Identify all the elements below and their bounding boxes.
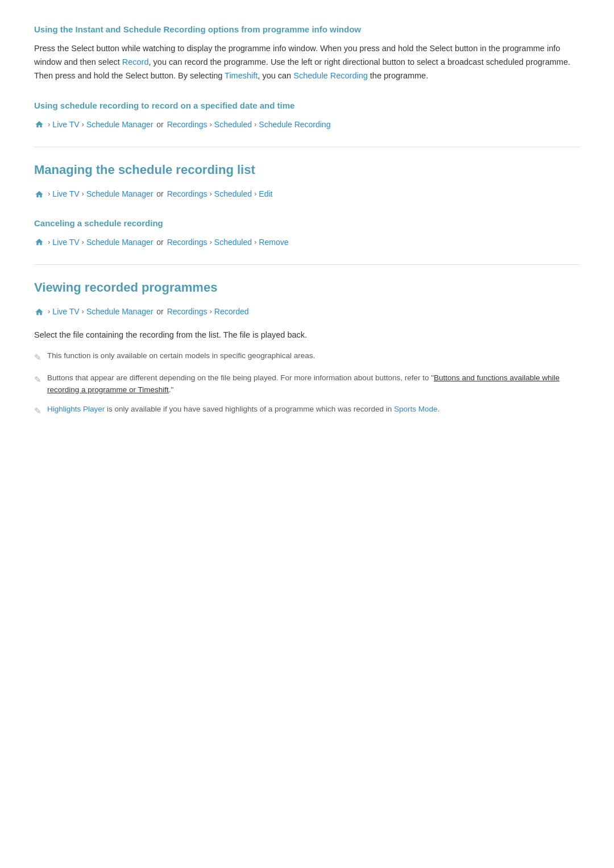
- nav-scheduled-2[interactable]: Scheduled: [214, 118, 252, 131]
- nav-scheduled-3[interactable]: Scheduled: [214, 188, 252, 200]
- nav-schedulemanager-2[interactable]: Schedule Manager: [86, 118, 154, 131]
- chevron-3: ›: [210, 119, 212, 131]
- section1-heading: Using the Instant and Schedule Recording…: [34, 23, 580, 36]
- section1-body-text4: the programme.: [368, 71, 428, 80]
- nav-or-3: or: [154, 188, 165, 200]
- chevron-12: ›: [254, 236, 256, 248]
- section5-select-text: Select the file containing the recording…: [34, 329, 580, 342]
- chevron-14: ›: [82, 306, 84, 318]
- nav-edit-3[interactable]: Edit: [259, 188, 272, 200]
- record-link[interactable]: Record: [122, 57, 149, 67]
- section-canceling-schedule: Canceling a schedule recording › Live TV…: [34, 217, 580, 248]
- section4-nav: › Live TV › Schedule Manager or Recordin…: [34, 236, 580, 248]
- note-item-3: ✎ Highlights Player is only available if…: [34, 404, 580, 418]
- chevron-11: ›: [210, 236, 212, 248]
- note-text-3: Highlights Player is only available if y…: [47, 404, 439, 416]
- note-list: ✎ This function is only available on cer…: [34, 350, 580, 418]
- nav-scheduled-4[interactable]: Scheduled: [214, 236, 252, 248]
- chevron-7: ›: [210, 188, 212, 200]
- chevron-6: ›: [82, 188, 84, 200]
- home-icon-4: [34, 237, 44, 247]
- section3-nav: › Live TV › Schedule Manager or Recordin…: [34, 188, 580, 200]
- section3-heading: Managing the schedule recording list: [34, 160, 580, 180]
- nav-recordings-3[interactable]: Recordings: [167, 188, 208, 200]
- home-icon-5: [34, 307, 44, 317]
- note-item-1: ✎ This function is only available on cer…: [34, 350, 580, 364]
- home-icon-3: [34, 189, 44, 200]
- section2-heading: Using schedule recording to record on a …: [34, 99, 580, 113]
- nav-schedulemanager-5[interactable]: Schedule Manager: [86, 305, 154, 318]
- note3-text-after: .: [438, 405, 440, 413]
- timeshift-link[interactable]: Timeshift: [225, 71, 258, 80]
- chevron-2: ›: [82, 119, 84, 131]
- note-text-2: Buttons that appear are different depend…: [47, 372, 580, 396]
- schedule-recording-link-1[interactable]: Schedule Recording: [293, 71, 368, 80]
- nav-schedulerecording-2[interactable]: Schedule Recording: [259, 118, 330, 131]
- section-schedule-recording-date: Using schedule recording to record on a …: [34, 99, 580, 131]
- section-managing-schedule: Managing the schedule recording list › L…: [34, 160, 580, 201]
- nav-livetv-4[interactable]: Live TV: [52, 236, 79, 248]
- chevron-13: ›: [48, 306, 50, 318]
- note-text-1: This function is only available on certa…: [47, 350, 315, 362]
- nav-schedulemanager-3[interactable]: Schedule Manager: [86, 188, 154, 200]
- chevron-9: ›: [48, 236, 50, 248]
- nav-recordings-4[interactable]: Recordings: [167, 236, 208, 248]
- chevron-15: ›: [210, 306, 212, 318]
- note-icon-1: ✎: [34, 351, 42, 364]
- highlights-player-link[interactable]: Highlights Player: [47, 405, 105, 413]
- divider-1: [34, 147, 580, 147]
- note2-text-before: Buttons that appear are different depend…: [47, 373, 434, 382]
- nav-remove-4[interactable]: Remove: [259, 236, 288, 248]
- section1-body-text3: , you can: [258, 71, 293, 80]
- nav-livetv-2[interactable]: Live TV: [52, 118, 79, 131]
- nav-schedulemanager-4[interactable]: Schedule Manager: [86, 236, 154, 248]
- nav-or-5: or: [154, 305, 165, 318]
- note3-text-before: is only available if you have saved high…: [105, 405, 394, 413]
- section5-nav: › Live TV › Schedule Manager or Recordin…: [34, 305, 580, 318]
- home-icon-2: [34, 119, 44, 130]
- nav-recordings-2[interactable]: Recordings: [167, 118, 208, 131]
- chevron-10: ›: [82, 236, 84, 248]
- section5-heading: Viewing recorded programmes: [34, 277, 580, 297]
- nav-livetv-5[interactable]: Live TV: [52, 305, 79, 318]
- nav-or-2: or: [154, 118, 165, 131]
- note-item-2: ✎ Buttons that appear are different depe…: [34, 372, 580, 396]
- section1-body: Press the Select button while watching t…: [34, 42, 580, 83]
- nav-or-4: or: [154, 236, 165, 248]
- section-viewing-recorded: Viewing recorded programmes › Live TV › …: [34, 277, 580, 418]
- section4-heading: Canceling a schedule recording: [34, 217, 580, 230]
- note-icon-3: ✎: [34, 404, 42, 418]
- sports-mode-link[interactable]: Sports Mode: [394, 405, 438, 413]
- note-icon-2: ✎: [34, 373, 42, 387]
- chevron-5: ›: [48, 188, 50, 200]
- chevron-1: ›: [48, 119, 50, 131]
- section2-nav: › Live TV › Schedule Manager or Recordin…: [34, 118, 580, 131]
- note2-text-after: .": [169, 385, 174, 394]
- nav-recordings-5[interactable]: Recordings: [167, 305, 208, 318]
- chevron-8: ›: [254, 188, 256, 200]
- nav-livetv-3[interactable]: Live TV: [52, 188, 79, 200]
- nav-recorded-5[interactable]: Recorded: [214, 305, 249, 318]
- chevron-4: ›: [254, 119, 256, 131]
- section-instant-recording: Using the Instant and Schedule Recording…: [34, 23, 580, 83]
- divider-2: [34, 264, 580, 265]
